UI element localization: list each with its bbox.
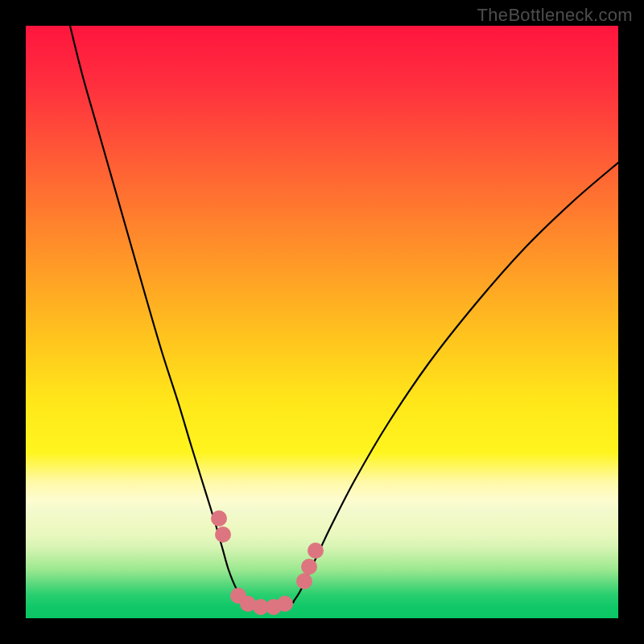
curve-paths (70, 26, 618, 607)
data-marker (308, 543, 324, 559)
marker-group (211, 510, 324, 615)
curve-layer (26, 26, 618, 618)
data-marker (277, 596, 293, 612)
data-marker (301, 559, 317, 575)
data-marker (211, 510, 227, 526)
data-marker (215, 526, 231, 543)
watermark-text: TheBottleneck.com (477, 5, 633, 26)
data-marker (296, 573, 312, 589)
bottleneck-curve (70, 26, 618, 607)
plot-area (26, 26, 618, 618)
